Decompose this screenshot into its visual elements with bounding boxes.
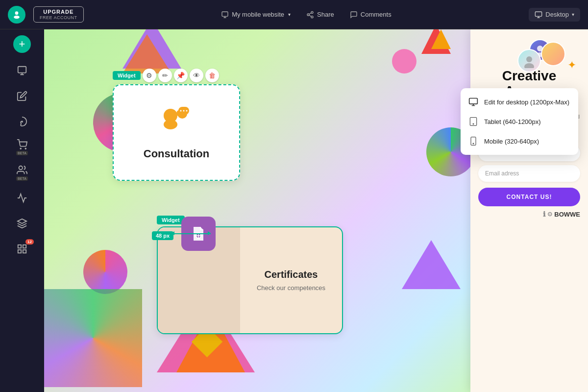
- add-element-button[interactable]: +: [13, 35, 31, 53]
- bowwe-logo-area: ℹ ⊙ BOWWE: [478, 210, 580, 218]
- dropdown-arrow: ▾: [288, 12, 291, 17]
- sidebar-item-layers[interactable]: [7, 212, 37, 235]
- sidebar-item-crm[interactable]: BETA: [7, 161, 37, 184]
- svg-point-12: [25, 148, 26, 149]
- svg-marker-14: [18, 219, 26, 223]
- svg-rect-9: [18, 67, 26, 73]
- svg-rect-16: [23, 245, 26, 248]
- svg-point-11: [20, 148, 21, 149]
- canvas: Widget ⚙ ✏ 📌 👁 🗑: [44, 29, 588, 392]
- widget-delete-button[interactable]: 🗑: [205, 69, 219, 82]
- sidebar-item-apps[interactable]: 12: [7, 237, 37, 261]
- star-decoration: ✦: [567, 59, 576, 72]
- svg-point-10: [22, 121, 23, 122]
- px-badge: 48 px: [152, 231, 173, 240]
- widget-pin-button[interactable]: 📌: [174, 69, 188, 82]
- svg-rect-15: [18, 245, 21, 248]
- size-indicator: [172, 233, 211, 234]
- svg-point-3: [311, 11, 313, 13]
- widget-consultation-tag[interactable]: Widget: [113, 71, 141, 80]
- svg-rect-37: [469, 98, 478, 104]
- widget-consultation-container: Widget ⚙ ✏ 📌 👁 🗑: [113, 69, 240, 181]
- widget-settings-button[interactable]: ⚙: [143, 69, 156, 82]
- sidebar-item-cart[interactable]: BETA: [7, 135, 37, 159]
- site-name-button[interactable]: My mobile website ▾: [221, 11, 291, 19]
- topbar-center: My mobile website ▾ Share Comments: [84, 11, 529, 19]
- svg-point-5: [311, 16, 313, 18]
- svg-line-6: [309, 15, 312, 17]
- dropdown-item-mobile[interactable]: Mobile (320-640px): [461, 131, 578, 151]
- preview-email-input[interactable]: Email adress: [478, 165, 580, 182]
- desktop-dropdown-arrow: ▾: [572, 12, 574, 17]
- widget-hide-button[interactable]: 👁: [190, 69, 203, 82]
- svg-point-13: [19, 166, 23, 169]
- widget-certificates-container: Widget Certificates Check our competence…: [157, 216, 343, 334]
- svg-point-29: [186, 110, 188, 112]
- crm-beta-label: BETA: [16, 176, 28, 181]
- svg-rect-8: [536, 12, 542, 16]
- comments-button[interactable]: Comments: [350, 11, 392, 19]
- svg-point-20: [166, 110, 175, 120]
- svg-point-27: [180, 110, 182, 112]
- svg-point-0: [15, 11, 19, 15]
- cert-card-right: Certificates Check our competences: [240, 227, 342, 333]
- dropdown-item-tablet[interactable]: Tablet (640-1200px): [461, 112, 578, 131]
- svg-point-36: [524, 63, 534, 68]
- consultation-card: Consultation: [113, 84, 240, 181]
- widget-certificates-tag[interactable]: Widget: [157, 216, 185, 224]
- sidebar: + BETA BETA 12: [0, 29, 44, 392]
- cart-beta-label: BETA: [16, 151, 28, 155]
- svg-line-7: [309, 13, 312, 14]
- sidebar-item-edit[interactable]: [7, 84, 37, 108]
- logo[interactable]: [8, 6, 25, 24]
- svg-rect-2: [222, 12, 228, 16]
- desktop-view-button[interactable]: Desktop ▾: [529, 8, 580, 22]
- avatar-2: [541, 42, 565, 66]
- share-button[interactable]: Share: [306, 11, 334, 19]
- topbar: UPGRADE FREE ACCOUNT My mobile website ▾…: [0, 0, 588, 29]
- upgrade-button[interactable]: UPGRADE FREE ACCOUNT: [33, 6, 84, 23]
- widget-consultation-toolbar: Widget ⚙ ✏ 📌 👁 🗑: [113, 69, 240, 82]
- widget-paint-button[interactable]: ✏: [158, 69, 172, 82]
- preview-cta-button[interactable]: CONTACT US!: [478, 188, 580, 206]
- avatar-3: [517, 49, 541, 73]
- sidebar-item-pages[interactable]: [7, 59, 37, 82]
- cert-subtitle: Check our competences: [257, 284, 325, 292]
- svg-rect-18: [23, 250, 26, 253]
- apps-badge: 12: [25, 239, 34, 245]
- consultation-icon: [157, 105, 196, 140]
- cert-title: Certificates: [265, 269, 318, 280]
- svg-point-1: [14, 15, 20, 19]
- svg-point-39: [473, 123, 474, 124]
- svg-rect-17: [18, 250, 21, 253]
- svg-point-4: [307, 14, 309, 16]
- dropdown-item-desktop[interactable]: Edit for desktop (1200px-Max): [461, 92, 578, 112]
- svg-point-41: [473, 143, 474, 144]
- svg-point-21: [164, 120, 177, 129]
- svg-point-35: [526, 56, 532, 62]
- topbar-right: Desktop ▾: [529, 8, 580, 22]
- sidebar-item-analytics[interactable]: [7, 186, 37, 210]
- desktop-dropdown-menu: Edit for desktop (1200px-Max) Tablet (64…: [461, 88, 578, 155]
- svg-point-28: [183, 110, 185, 112]
- mobile-preview-panel: ✦ Creative Agency We specialize in craft…: [470, 29, 588, 392]
- consultation-title: Consultation: [144, 147, 209, 160]
- sidebar-item-paint[interactable]: [7, 110, 37, 133]
